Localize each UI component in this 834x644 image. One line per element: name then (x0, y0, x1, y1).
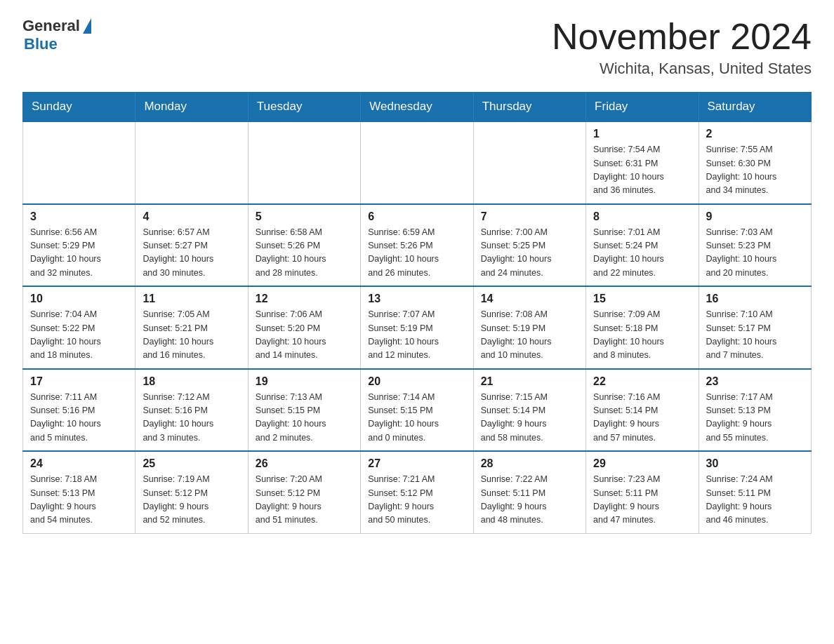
calendar-cell: 14Sunrise: 7:08 AMSunset: 5:19 PMDayligh… (473, 286, 585, 369)
calendar-cell: 26Sunrise: 7:20 AMSunset: 5:12 PMDayligh… (248, 451, 360, 533)
day-info: Sunrise: 7:23 AMSunset: 5:11 PMDaylight:… (593, 473, 691, 528)
day-info: Sunrise: 7:01 AMSunset: 5:24 PMDaylight:… (593, 226, 691, 281)
day-number: 7 (481, 210, 578, 223)
day-number: 11 (143, 293, 240, 305)
logo-general-text: General (22, 17, 80, 35)
day-info: Sunrise: 7:18 AMSunset: 5:13 PMDaylight:… (30, 473, 128, 528)
calendar-cell: 16Sunrise: 7:10 AMSunset: 5:17 PMDayligh… (699, 286, 811, 369)
calendar-cell: 5Sunrise: 6:58 AMSunset: 5:26 PMDaylight… (248, 204, 360, 287)
day-info: Sunrise: 7:04 AMSunset: 5:22 PMDaylight:… (30, 308, 128, 363)
calendar-cell: 22Sunrise: 7:16 AMSunset: 5:14 PMDayligh… (586, 369, 699, 452)
day-number: 28 (481, 457, 578, 470)
day-info: Sunrise: 7:07 AMSunset: 5:19 PMDaylight:… (368, 308, 465, 363)
day-number: 13 (368, 293, 465, 305)
day-info: Sunrise: 7:17 AMSunset: 5:13 PMDaylight:… (706, 391, 804, 445)
logo-blue-text: Blue (24, 35, 58, 53)
day-info: Sunrise: 7:05 AMSunset: 5:21 PMDaylight:… (143, 308, 240, 363)
calendar-cell: 27Sunrise: 7:21 AMSunset: 5:12 PMDayligh… (361, 451, 473, 533)
day-info: Sunrise: 7:09 AMSunset: 5:18 PMDaylight:… (593, 308, 691, 363)
day-number: 16 (706, 293, 804, 305)
day-number: 8 (593, 210, 691, 223)
day-number: 19 (256, 375, 353, 388)
calendar-cell: 13Sunrise: 7:07 AMSunset: 5:19 PMDayligh… (361, 286, 473, 369)
calendar-table: SundayMondayTuesdayWednesdayThursdayFrid… (22, 92, 812, 534)
calendar-cell: 11Sunrise: 7:05 AMSunset: 5:21 PMDayligh… (135, 286, 248, 369)
logo-triangle-icon (83, 18, 91, 34)
day-info: Sunrise: 7:22 AMSunset: 5:11 PMDaylight:… (481, 473, 578, 528)
day-info: Sunrise: 7:15 AMSunset: 5:14 PMDaylight:… (481, 391, 578, 445)
weekday-header-friday: Friday (586, 93, 699, 122)
day-info: Sunrise: 7:08 AMSunset: 5:19 PMDaylight:… (481, 308, 578, 363)
day-number: 24 (30, 457, 128, 470)
day-number: 15 (593, 293, 691, 305)
calendar-cell: 25Sunrise: 7:19 AMSunset: 5:12 PMDayligh… (135, 451, 248, 533)
day-number: 2 (706, 128, 804, 140)
weekday-header-thursday: Thursday (473, 93, 585, 122)
day-number: 30 (706, 457, 804, 470)
calendar-week-5: 24Sunrise: 7:18 AMSunset: 5:13 PMDayligh… (23, 451, 812, 533)
day-number: 3 (30, 210, 128, 223)
calendar-cell (23, 121, 135, 204)
calendar-cell: 9Sunrise: 7:03 AMSunset: 5:23 PMDaylight… (699, 204, 811, 287)
day-info: Sunrise: 7:00 AMSunset: 5:25 PMDaylight:… (481, 226, 578, 281)
day-info: Sunrise: 7:55 AMSunset: 6:30 PMDaylight:… (706, 143, 804, 198)
day-info: Sunrise: 7:12 AMSunset: 5:16 PMDaylight:… (143, 391, 240, 445)
calendar-cell: 7Sunrise: 7:00 AMSunset: 5:25 PMDaylight… (473, 204, 585, 287)
weekday-header-row: SundayMondayTuesdayWednesdayThursdayFrid… (23, 93, 812, 122)
calendar-cell: 19Sunrise: 7:13 AMSunset: 5:15 PMDayligh… (248, 369, 360, 452)
calendar-week-2: 3Sunrise: 6:56 AMSunset: 5:29 PMDaylight… (23, 204, 812, 287)
day-info: Sunrise: 7:54 AMSunset: 6:31 PMDaylight:… (593, 143, 691, 198)
title-block: November 2024 Wichita, Kansas, United St… (552, 17, 812, 78)
calendar-cell: 8Sunrise: 7:01 AMSunset: 5:24 PMDaylight… (586, 204, 699, 287)
calendar-cell: 24Sunrise: 7:18 AMSunset: 5:13 PMDayligh… (23, 451, 135, 533)
day-number: 10 (30, 293, 128, 305)
day-info: Sunrise: 7:19 AMSunset: 5:12 PMDaylight:… (143, 473, 240, 528)
calendar-cell: 10Sunrise: 7:04 AMSunset: 5:22 PMDayligh… (23, 286, 135, 369)
day-number: 18 (143, 375, 240, 388)
calendar-cell: 30Sunrise: 7:24 AMSunset: 5:11 PMDayligh… (699, 451, 811, 533)
calendar-week-4: 17Sunrise: 7:11 AMSunset: 5:16 PMDayligh… (23, 369, 812, 452)
calendar-cell: 20Sunrise: 7:14 AMSunset: 5:15 PMDayligh… (361, 369, 473, 452)
day-info: Sunrise: 6:58 AMSunset: 5:26 PMDaylight:… (256, 226, 353, 281)
day-number: 21 (481, 375, 578, 388)
calendar-cell (248, 121, 360, 204)
day-number: 4 (143, 210, 240, 223)
day-info: Sunrise: 6:59 AMSunset: 5:26 PMDaylight:… (368, 226, 465, 281)
day-info: Sunrise: 7:24 AMSunset: 5:11 PMDaylight:… (706, 473, 804, 528)
weekday-header-wednesday: Wednesday (361, 93, 473, 122)
calendar-cell: 2Sunrise: 7:55 AMSunset: 6:30 PMDaylight… (699, 121, 811, 204)
day-number: 9 (706, 210, 804, 223)
calendar-cell: 18Sunrise: 7:12 AMSunset: 5:16 PMDayligh… (135, 369, 248, 452)
logo: General Blue (22, 17, 91, 53)
day-number: 22 (593, 375, 691, 388)
day-number: 5 (256, 210, 353, 223)
calendar-cell: 23Sunrise: 7:17 AMSunset: 5:13 PMDayligh… (699, 369, 811, 452)
day-number: 6 (368, 210, 465, 223)
day-info: Sunrise: 7:21 AMSunset: 5:12 PMDaylight:… (368, 473, 465, 528)
calendar-cell: 21Sunrise: 7:15 AMSunset: 5:14 PMDayligh… (473, 369, 585, 452)
calendar-cell (135, 121, 248, 204)
day-info: Sunrise: 7:13 AMSunset: 5:15 PMDaylight:… (256, 391, 353, 445)
day-number: 29 (593, 457, 691, 470)
day-info: Sunrise: 7:20 AMSunset: 5:12 PMDaylight:… (256, 473, 353, 528)
calendar-cell (361, 121, 473, 204)
weekday-header-sunday: Sunday (23, 93, 135, 122)
day-info: Sunrise: 6:57 AMSunset: 5:27 PMDaylight:… (143, 226, 240, 281)
day-number: 26 (256, 457, 353, 470)
day-number: 25 (143, 457, 240, 470)
day-info: Sunrise: 7:14 AMSunset: 5:15 PMDaylight:… (368, 391, 465, 445)
weekday-header-saturday: Saturday (699, 93, 811, 122)
calendar-subtitle: Wichita, Kansas, United States (552, 60, 812, 78)
calendar-cell: 4Sunrise: 6:57 AMSunset: 5:27 PMDaylight… (135, 204, 248, 287)
calendar-cell (473, 121, 585, 204)
day-info: Sunrise: 7:10 AMSunset: 5:17 PMDaylight:… (706, 308, 804, 363)
weekday-header-tuesday: Tuesday (248, 93, 360, 122)
calendar-cell: 3Sunrise: 6:56 AMSunset: 5:29 PMDaylight… (23, 204, 135, 287)
day-number: 14 (481, 293, 578, 305)
calendar-cell: 6Sunrise: 6:59 AMSunset: 5:26 PMDaylight… (361, 204, 473, 287)
day-info: Sunrise: 7:03 AMSunset: 5:23 PMDaylight:… (706, 226, 804, 281)
day-info: Sunrise: 7:11 AMSunset: 5:16 PMDaylight:… (30, 391, 128, 445)
page-header: General Blue November 2024 Wichita, Kans… (22, 17, 812, 78)
weekday-header-monday: Monday (135, 93, 248, 122)
calendar-title: November 2024 (552, 17, 812, 57)
